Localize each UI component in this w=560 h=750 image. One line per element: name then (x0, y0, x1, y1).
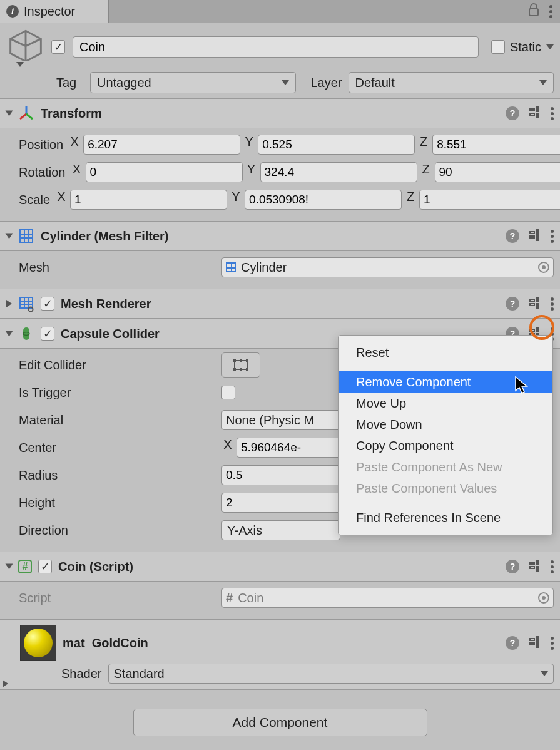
rotation-y-input[interactable] (260, 162, 417, 182)
shader-dropdown[interactable]: Standard (108, 664, 554, 684)
meshrenderer-header[interactable]: Mesh Renderer ? (0, 289, 560, 319)
foldout-icon[interactable] (6, 564, 13, 570)
position-x-input[interactable] (83, 135, 240, 155)
ctx-separator (339, 503, 552, 503)
meshfilter-header[interactable]: Cylinder (Mesh Filter) ? (0, 221, 560, 251)
mesh-icon (226, 262, 236, 272)
svg-line-3 (20, 114, 26, 119)
mesh-label: Mesh (19, 260, 216, 275)
add-component-button[interactable]: Add Component (133, 709, 427, 736)
gameobject-header: Static Tag Untagged Layer Default (0, 23, 560, 98)
meshfilter-icon (18, 228, 34, 244)
scale-y-input[interactable] (245, 190, 402, 210)
tag-label: Tag (56, 76, 84, 90)
ctx-copy-component[interactable]: Copy Component (339, 435, 552, 456)
preset-icon[interactable] (528, 228, 542, 245)
meshrenderer-title: Mesh Renderer (61, 297, 499, 311)
object-picker-icon[interactable] (538, 262, 549, 273)
svg-rect-23 (240, 359, 242, 362)
component-menu-icon[interactable] (551, 297, 554, 311)
material-name: mat_GoldCoin (63, 636, 499, 650)
layer-label: Layer (302, 76, 342, 90)
help-icon[interactable]: ? (506, 229, 519, 243)
meshfilter-properties: Mesh Cylinder (0, 251, 560, 289)
meshrenderer-enabled-checkbox[interactable] (41, 297, 54, 311)
help-icon[interactable]: ? (506, 297, 519, 311)
ctx-reset[interactable]: Reset (339, 342, 552, 363)
coinscript-enabled-checkbox[interactable] (38, 560, 52, 573)
gameobject-icon-dropdown[interactable] (16, 62, 24, 67)
ctx-find-references[interactable]: Find References In Scene (339, 507, 552, 528)
inspector-tab[interactable]: i Inspector (0, 0, 109, 23)
foldout-icon[interactable] (6, 331, 13, 337)
material-preview (20, 625, 56, 661)
mesh-value: Cylinder (241, 260, 287, 275)
position-z-input[interactable] (432, 135, 560, 155)
layer-value: Default (355, 76, 395, 90)
rotation-label: Rotation (19, 165, 66, 180)
ctx-remove-component[interactable]: Remove Component (339, 371, 552, 393)
istrigger-label: Is Trigger (19, 386, 216, 400)
ctx-paste-values: Paste Component Values (339, 478, 552, 499)
foldout-icon[interactable] (6, 111, 13, 116)
scale-z-input[interactable] (419, 190, 560, 210)
object-picker-icon (538, 592, 549, 604)
chevron-down-icon (282, 80, 289, 85)
help-icon[interactable]: ? (506, 636, 519, 650)
static-dropdown-icon[interactable] (546, 44, 554, 49)
tab-menu-icon[interactable] (549, 5, 552, 18)
gameobject-icon[interactable] (8, 50, 44, 64)
radius-input[interactable] (221, 465, 340, 485)
capsulecollider-enabled-checkbox[interactable] (41, 327, 54, 341)
component-menu-icon[interactable] (551, 107, 554, 120)
direction-dropdown[interactable]: Y-Axis (221, 520, 340, 540)
foldout-icon[interactable] (6, 234, 13, 239)
center-x-input[interactable] (237, 438, 340, 458)
position-y-input[interactable] (258, 135, 415, 155)
chevron-down-icon (541, 671, 548, 676)
transform-header[interactable]: Transform ? (0, 98, 560, 128)
svg-rect-18 (235, 361, 247, 369)
preset-icon[interactable] (528, 635, 542, 652)
preset-icon[interactable] (528, 295, 542, 312)
material-foldout-icon[interactable] (3, 680, 8, 687)
gameobject-enabled-checkbox[interactable] (51, 40, 65, 54)
material-header[interactable]: mat_GoldCoin ? Shader Standard (0, 619, 560, 689)
position-label: Position (19, 138, 63, 152)
component-menu-icon[interactable] (551, 230, 554, 243)
editcollider-button[interactable] (221, 352, 260, 378)
tab-bar: i Inspector (0, 0, 560, 23)
lock-icon[interactable] (528, 3, 539, 20)
transform-icon (18, 105, 34, 121)
center-label: Center (19, 441, 216, 455)
preset-icon[interactable] (528, 558, 542, 575)
static-checkbox[interactable] (491, 40, 505, 54)
help-icon[interactable]: ? (506, 106, 519, 120)
physicmaterial-field[interactable]: None (Physic M (221, 410, 340, 430)
component-menu-icon[interactable] (551, 560, 554, 573)
rotation-z-input[interactable] (435, 162, 561, 182)
scale-x-input[interactable] (70, 190, 227, 210)
ctx-paste-as-new: Paste Component As New (339, 456, 552, 478)
istrigger-checkbox[interactable] (221, 386, 235, 399)
component-menu-icon[interactable] (551, 637, 554, 650)
svg-rect-5 (20, 230, 33, 242)
ctx-move-down[interactable]: Move Down (339, 414, 552, 435)
layer-dropdown[interactable]: Default (349, 72, 554, 93)
chevron-down-icon (539, 80, 547, 85)
height-input[interactable] (221, 493, 340, 513)
ctx-move-up[interactable]: Move Up (339, 393, 552, 414)
svg-rect-20 (246, 359, 248, 362)
tag-dropdown[interactable]: Untagged (90, 72, 296, 93)
preset-icon[interactable] (528, 105, 542, 122)
foldout-icon[interactable] (6, 300, 12, 307)
gameobject-name-input[interactable] (73, 36, 479, 58)
script-label: Script (19, 591, 216, 605)
svg-rect-19 (233, 359, 236, 362)
mesh-objectfield[interactable]: Cylinder (221, 257, 554, 277)
rotation-x-input[interactable] (86, 162, 243, 182)
tag-value: Untagged (97, 76, 151, 90)
radius-label: Radius (19, 468, 216, 483)
coinscript-header[interactable]: # Coin (Script) ? (0, 552, 560, 582)
help-icon[interactable]: ? (506, 560, 519, 573)
